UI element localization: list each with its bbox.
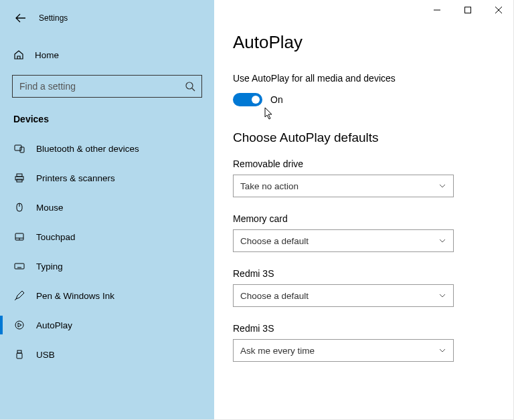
svg-point-0	[186, 82, 193, 89]
home-icon	[13, 49, 24, 60]
select-value: Choose a default	[240, 291, 309, 301]
svg-rect-19	[17, 353, 22, 358]
svg-rect-12	[15, 264, 24, 269]
sidebar-item-touchpad[interactable]: Touchpad	[0, 222, 214, 251]
minimize-button[interactable]	[422, 0, 452, 20]
titlebar: Settings	[0, 5, 214, 31]
sidebar-item-label: Bluetooth & other devices	[36, 144, 139, 154]
page-title: AutoPlay	[233, 32, 495, 53]
search-icon	[185, 81, 195, 92]
sidebar-item-label: Typing	[36, 261, 63, 272]
select-redmi-3s-a[interactable]: Choose a default	[233, 284, 454, 307]
sidebar-item-label: Pen & Windows Ink	[36, 291, 114, 301]
field-redmi-3s-b: Redmi 3S Ask me every time	[233, 323, 495, 362]
svg-rect-4	[17, 174, 22, 177]
minimize-icon	[434, 7, 440, 13]
sidebar-item-typing[interactable]: Typing	[0, 251, 214, 281]
sidebar-item-pen[interactable]: Pen & Windows Ink	[0, 281, 214, 310]
sidebar-item-label: USB	[36, 350, 55, 360]
search-container	[12, 75, 202, 98]
sidebar-item-printers[interactable]: Printers & scanners	[0, 163, 214, 193]
autoplay-icon	[14, 320, 25, 330]
content-pane: AutoPlay Use AutoPlay for all media and …	[214, 0, 513, 419]
home-nav[interactable]: Home	[0, 43, 214, 67]
home-label: Home	[35, 50, 59, 60]
select-value: Ask me every time	[240, 346, 315, 356]
field-label: Redmi 3S	[233, 323, 495, 334]
select-redmi-3s-b[interactable]: Ask me every time	[233, 339, 454, 362]
field-removable-drive: Removable drive Take no action	[233, 159, 495, 197]
pen-icon	[14, 290, 25, 301]
sidebar-item-label: Mouse	[36, 203, 64, 213]
usb-icon	[14, 349, 25, 360]
window-title: Settings	[39, 13, 68, 23]
chevron-down-icon	[438, 346, 446, 354]
cursor-icon	[264, 107, 275, 120]
select-value: Choose a default	[240, 236, 309, 246]
maximize-icon	[464, 7, 471, 13]
select-value: Take no action	[240, 181, 298, 191]
sidebar-item-bluetooth[interactable]: Bluetooth & other devices	[0, 134, 214, 163]
toggle-knob	[252, 96, 260, 104]
chevron-down-icon	[438, 292, 446, 300]
sub-heading: Choose AutoPlay defaults	[233, 130, 495, 145]
keyboard-icon	[14, 261, 25, 272]
touchpad-icon	[14, 231, 25, 242]
section-title: Devices	[0, 108, 214, 134]
maximize-button[interactable]	[452, 0, 483, 20]
back-arrow-icon	[15, 13, 26, 23]
printer-icon	[14, 173, 25, 183]
select-memory-card[interactable]: Choose a default	[233, 229, 454, 252]
select-removable-drive[interactable]: Take no action	[233, 175, 454, 197]
close-button[interactable]	[483, 0, 514, 20]
toggle-state-text: On	[270, 94, 283, 105]
field-label: Memory card	[233, 213, 495, 224]
mouse-icon	[14, 202, 25, 213]
field-label: Removable drive	[233, 159, 495, 169]
sidebar-item-label: Printers & scanners	[36, 173, 115, 183]
window-controls	[422, 0, 514, 20]
nav-list: Bluetooth & other devices Printers & sca…	[0, 134, 214, 369]
field-label: Redmi 3S	[233, 268, 495, 279]
search-input[interactable]	[12, 75, 202, 98]
close-icon	[495, 7, 502, 13]
sidebar-item-label: AutoPlay	[36, 320, 72, 330]
autoplay-toggle[interactable]	[233, 93, 262, 106]
svg-point-17	[15, 321, 23, 329]
sidebar-item-label: Touchpad	[36, 232, 76, 242]
field-redmi-3s-a: Redmi 3S Choose a default	[233, 268, 495, 307]
chevron-down-icon	[438, 182, 446, 190]
chevron-down-icon	[438, 237, 446, 245]
toggle-row: On	[233, 93, 495, 106]
sidebar: Settings Home Devices Bluetooth & other …	[0, 0, 214, 419]
svg-rect-21	[465, 7, 471, 13]
back-button[interactable]	[13, 11, 28, 25]
devices-icon	[14, 143, 25, 154]
sidebar-item-usb[interactable]: USB	[0, 340, 214, 369]
toggle-label: Use AutoPlay for all media and devices	[233, 73, 495, 84]
svg-rect-3	[20, 147, 24, 152]
sidebar-item-mouse[interactable]: Mouse	[0, 193, 214, 222]
svg-line-1	[192, 88, 195, 91]
field-memory-card: Memory card Choose a default	[233, 213, 495, 252]
sidebar-item-autoplay[interactable]: AutoPlay	[0, 310, 214, 340]
svg-rect-18	[17, 350, 21, 353]
